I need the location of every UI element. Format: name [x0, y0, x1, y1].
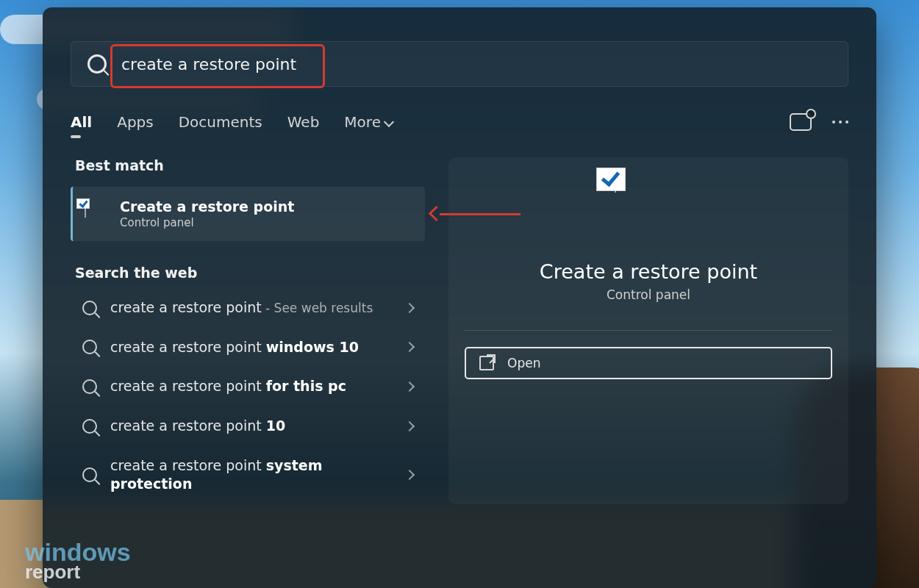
chevron-right-icon — [404, 381, 415, 392]
search-bar[interactable] — [71, 41, 848, 87]
best-match-subtitle: Control panel — [120, 216, 294, 229]
filter-tabs-row: All Apps Documents Web More — [71, 113, 848, 131]
tab-all[interactable]: All — [71, 113, 92, 131]
chevron-right-icon — [404, 421, 415, 431]
search-panel: All Apps Documents Web More Best match C… — [43, 7, 876, 588]
search-web-heading: Search the web — [75, 265, 425, 281]
monitor-check-icon — [615, 178, 682, 240]
best-match-title: Create a restore point — [120, 198, 294, 215]
results-left-column: Best match Create a restore point Contro… — [71, 157, 425, 504]
tab-web[interactable]: Web — [287, 113, 320, 131]
chat-icon[interactable] — [790, 113, 812, 131]
chevron-right-icon — [404, 470, 415, 480]
search-icon — [82, 419, 97, 434]
preview-pane: Create a restore point Control panel Ope… — [448, 157, 848, 504]
tab-more[interactable]: More — [344, 113, 393, 131]
ellipsis-icon[interactable] — [832, 121, 848, 123]
chevron-right-icon — [404, 342, 415, 352]
web-result-label: create a restore point system protection — [110, 456, 393, 494]
tab-documents[interactable]: Documents — [179, 113, 262, 131]
web-results-list: create a restore point - See web results… — [71, 288, 425, 504]
web-result-see-web[interactable]: create a restore point - See web results — [71, 288, 425, 328]
web-result-label: create a restore point - See web results — [110, 298, 393, 318]
tab-apps[interactable]: Apps — [117, 113, 154, 131]
divider — [465, 330, 832, 331]
web-result-label: create a restore point 10 — [110, 417, 393, 436]
web-result-label: create a restore point for this pc — [110, 377, 393, 396]
preview-subtitle: Control panel — [607, 287, 690, 302]
web-result-label: create a restore point windows 10 — [110, 338, 393, 357]
open-external-icon — [479, 356, 494, 370]
best-match-heading: Best match — [75, 157, 425, 173]
search-icon — [82, 340, 97, 354]
web-result-10[interactable]: create a restore point 10 — [71, 406, 425, 446]
web-result-system-protection[interactable]: create a restore point system protection — [71, 446, 425, 504]
web-result-windows10[interactable]: create a restore point windows 10 — [71, 328, 425, 368]
search-icon — [82, 379, 97, 394]
chevron-right-icon — [404, 303, 415, 313]
search-icon — [82, 301, 97, 315]
monitor-check-icon — [85, 203, 110, 225]
open-button-label: Open — [507, 356, 540, 370]
search-icon — [87, 54, 107, 74]
web-result-for-this-pc[interactable]: create a restore point for this pc — [71, 367, 425, 406]
chevron-down-icon — [384, 117, 394, 127]
search-input[interactable] — [120, 54, 832, 74]
preview-title: Create a restore point — [540, 260, 757, 283]
best-match-result[interactable]: Create a restore point Control panel — [71, 187, 425, 241]
search-icon — [82, 467, 97, 482]
open-button[interactable]: Open — [465, 347, 832, 379]
